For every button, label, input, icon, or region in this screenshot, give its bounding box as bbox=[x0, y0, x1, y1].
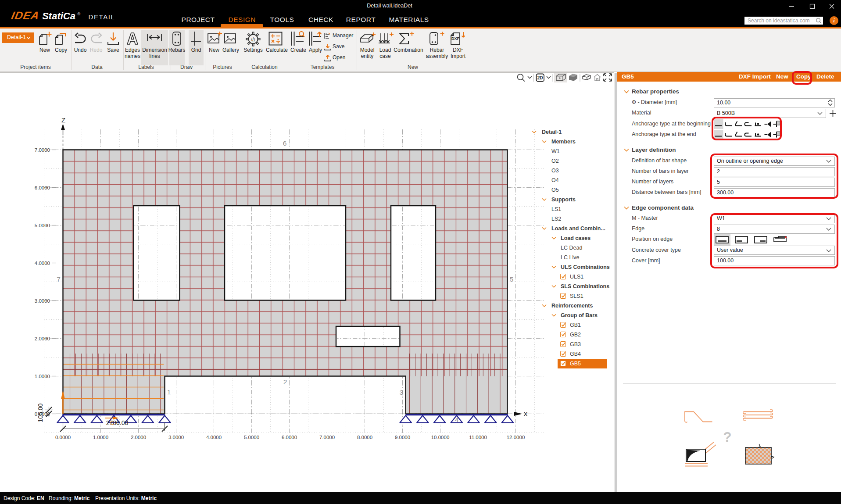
svg-text:5.0000: 5.0000 bbox=[35, 223, 50, 228]
svg-text:7.0000: 7.0000 bbox=[319, 435, 335, 440]
svg-text:7: 7 bbox=[57, 275, 61, 283]
svg-text:2.0000: 2.0000 bbox=[131, 435, 146, 440]
svg-text:0.0000: 0.0000 bbox=[55, 435, 71, 440]
svg-text:3.0000: 3.0000 bbox=[168, 435, 184, 440]
svg-text:5: 5 bbox=[510, 275, 514, 283]
svg-text:4.0000: 4.0000 bbox=[206, 435, 222, 440]
svg-text:5.0000: 5.0000 bbox=[244, 435, 259, 440]
svg-text:9.0000: 9.0000 bbox=[395, 435, 410, 440]
svg-text:4.0000: 4.0000 bbox=[35, 261, 50, 266]
svg-text:3.0000: 3.0000 bbox=[35, 298, 50, 304]
svg-text:Z: Z bbox=[61, 116, 65, 124]
svg-text:1: 1 bbox=[167, 388, 171, 396]
svg-text:8.0000: 8.0000 bbox=[357, 435, 372, 440]
svg-text:?: ? bbox=[723, 429, 732, 445]
svg-text:DXF: DXF bbox=[451, 36, 460, 41]
svg-text:105.00: 105.00 bbox=[37, 403, 44, 422]
svg-text:2: 2 bbox=[283, 378, 287, 386]
svg-text:10.0000: 10.0000 bbox=[431, 435, 450, 440]
svg-text:X: X bbox=[523, 410, 528, 418]
svg-text:2700.00: 2700.00 bbox=[106, 419, 129, 426]
svg-text:1.0000: 1.0000 bbox=[93, 435, 108, 440]
svg-text:3: 3 bbox=[400, 389, 404, 396]
svg-text:6.0000: 6.0000 bbox=[35, 185, 50, 190]
svg-text:6: 6 bbox=[283, 139, 287, 147]
svg-text:6.0000: 6.0000 bbox=[282, 435, 297, 440]
svg-text:〈/〉: 〈/〉 bbox=[251, 37, 255, 42]
svg-text:2.0000: 2.0000 bbox=[35, 336, 50, 341]
svg-text:12.0000: 12.0000 bbox=[507, 435, 525, 440]
svg-text:11.0000: 11.0000 bbox=[469, 435, 487, 440]
svg-text:4: 4 bbox=[455, 416, 459, 423]
svg-text:2D: 2D bbox=[537, 75, 543, 80]
svg-text:1.0000: 1.0000 bbox=[35, 374, 50, 379]
svg-text:7.0000: 7.0000 bbox=[35, 147, 50, 153]
